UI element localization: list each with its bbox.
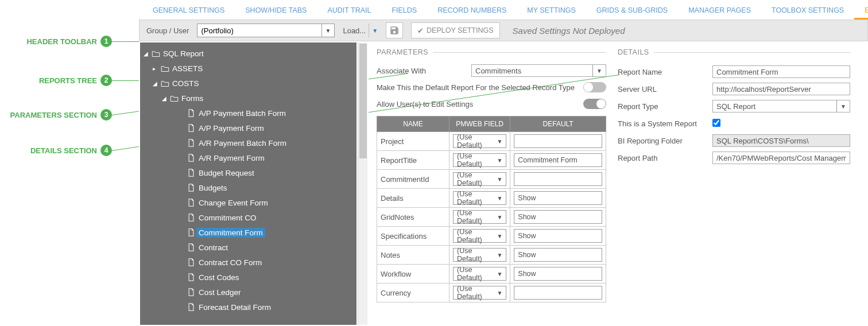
param-name: GridNotes — [377, 208, 450, 227]
param-row: Notes(Use Default)▼ — [377, 246, 606, 265]
tree-node-label: A/P Payment Form — [196, 124, 264, 133]
param-field-select[interactable]: (Use Default)▼ — [453, 210, 506, 224]
param-default-input[interactable] — [514, 286, 602, 300]
tree-node-commitment-form[interactable]: Commitment Form — [140, 225, 356, 240]
param-field-select[interactable]: (Use Default)▼ — [453, 229, 506, 243]
tree-node-label: Contract — [196, 243, 228, 252]
tree-root[interactable]: ◢SQL Report — [140, 46, 356, 61]
param-default-input[interactable] — [514, 172, 602, 186]
scrollbar-thumb[interactable] — [359, 44, 367, 158]
default-report-toggle[interactable] — [583, 82, 606, 92]
param-field-select[interactable]: (Use Default)▼ — [453, 191, 506, 205]
tree-node-budgets[interactable]: Budgets — [140, 180, 356, 195]
associate-with-select[interactable]: Commitments ▼ — [471, 64, 606, 77]
param-name: Details — [377, 189, 450, 208]
tree-node-costs[interactable]: ◢COSTS — [140, 76, 356, 91]
param-default-input[interactable] — [514, 267, 602, 281]
associate-with-value: Commitments — [475, 67, 521, 75]
tree-node-contract-co-form[interactable]: Contract CO Form — [140, 255, 356, 270]
tree-node-label: Cost Codes — [196, 273, 239, 282]
tree-node-a-r-payment-batch-form[interactable]: A/R Payment Batch Form — [140, 135, 356, 150]
param-default-input[interactable] — [514, 134, 602, 148]
detail-checkbox[interactable] — [712, 119, 720, 127]
param-name: Notes — [377, 246, 450, 265]
param-name: Currency — [377, 284, 450, 302]
param-default-input[interactable] — [514, 153, 602, 167]
detail-label: Report Name — [618, 68, 712, 76]
document-icon — [186, 288, 196, 296]
annotation-callouts: HEADER TOOLBAR 1 REPORTS TREE 2 PARAMETE… — [0, 0, 138, 326]
tree-scrollbar[interactable] — [358, 42, 367, 325]
group-user-value: (Portfolio) — [201, 26, 233, 35]
tree-node-cost-codes[interactable]: Cost Codes — [140, 270, 356, 285]
tab-show-hide-tabs[interactable]: SHOW/HIDE TABS — [235, 2, 317, 18]
tab-audit-trail[interactable]: AUDIT TRAIL — [317, 2, 381, 18]
param-field-select[interactable]: (Use Default)▼ — [453, 153, 506, 167]
tree-node-label: A/P Payment Batch Form — [196, 109, 286, 118]
param-field-select[interactable]: (Use Default)▼ — [453, 248, 506, 262]
tab-record-numbers[interactable]: RECORD NUMBERS — [427, 2, 517, 18]
dropdown-arrow-icon: ▼ — [497, 157, 502, 164]
document-icon — [186, 243, 196, 251]
tab-bi-reporting[interactable]: BI REPORTING — [854, 2, 868, 20]
tab-toolbox-settings[interactable]: TOOLBOX SETTINGS — [761, 2, 854, 18]
param-col-pmweb-field: PMWEB FIELD — [450, 117, 510, 132]
param-field-select[interactable]: (Use Default)▼ — [453, 172, 506, 186]
callout-1-badge: 1 — [100, 36, 112, 47]
detail-select[interactable]: SQL Report▼ — [712, 100, 850, 112]
tree-node-commitment-co[interactable]: Commitment CO — [140, 210, 356, 225]
tab-general-settings[interactable]: GENERAL SETTINGS — [142, 2, 235, 18]
tree-node-change-event-form[interactable]: Change Event Form — [140, 195, 356, 210]
param-row: CommitmentId(Use Default)▼ — [377, 170, 606, 189]
param-field-select[interactable]: (Use Default)▼ — [453, 134, 506, 148]
tree-node-budget-request[interactable]: Budget Request — [140, 165, 356, 180]
callout-3-badge: 3 — [100, 109, 112, 121]
detail-input[interactable] — [712, 65, 850, 78]
param-default-input[interactable] — [514, 229, 602, 243]
parameters-header: PARAMETERS — [377, 48, 606, 56]
group-user-select[interactable]: (Portfolio) ▼ — [197, 24, 335, 37]
tab-fields[interactable]: FIELDS — [381, 2, 427, 18]
tab-grids-sub-grids[interactable]: GRIDS & SUB-GRIDS — [586, 2, 678, 18]
callout-2-badge: 2 — [100, 75, 112, 86]
allow-edit-toggle[interactable] — [583, 99, 606, 109]
detail-input[interactable] — [712, 83, 850, 95]
deploy-settings-button[interactable]: ✔ DEPLOY SETTINGS — [411, 22, 499, 38]
folder-icon — [160, 80, 170, 87]
callout-4: DETAILS SECTION 4 — [0, 145, 112, 156]
param-default-input[interactable] — [514, 191, 602, 205]
param-default-input[interactable] — [514, 210, 602, 224]
detail-row: Report Name — [618, 63, 850, 80]
tree-node-label: Budget Request — [196, 169, 254, 177]
details-panel: DETAILS Report NameServer URLReport Type… — [618, 48, 850, 326]
param-field-select[interactable]: (Use Default)▼ — [453, 286, 506, 300]
dropdown-arrow-icon: ▼ — [497, 195, 502, 201]
tree-node-cost-ledger[interactable]: Cost Ledger — [140, 285, 356, 300]
param-name: Workflow — [377, 265, 450, 284]
document-icon — [186, 303, 196, 311]
detail-row: Report Path — [618, 149, 850, 166]
param-name: Project — [377, 132, 450, 151]
tree-node-forms[interactable]: ◢Forms — [140, 91, 356, 106]
tree-node-contract[interactable]: Contract — [140, 240, 356, 255]
document-icon — [186, 199, 196, 207]
param-default-input[interactable] — [514, 248, 602, 262]
dropdown-arrow-icon: ▼ — [497, 252, 502, 258]
param-row: Details(Use Default)▼ — [377, 189, 606, 208]
tab-my-settings[interactable]: MY SETTINGS — [517, 2, 586, 18]
parameters-table: NAMEPMWEB FIELDDEFAULT Project(Use Defau… — [377, 116, 606, 302]
param-field-select[interactable]: (Use Default)▼ — [453, 267, 506, 281]
tree-node-a-p-payment-batch-form[interactable]: A/P Payment Batch Form — [140, 106, 356, 121]
tree-node-a-p-payment-form[interactable]: A/P Payment Form — [140, 121, 356, 135]
tree-node-a-r-payment-form[interactable]: A/R Payment Form — [140, 150, 356, 165]
detail-input[interactable] — [712, 152, 850, 164]
tree-node-forecast-detail-form[interactable]: Forecast Detail Form — [140, 300, 356, 315]
allow-edit-label: Allow User(s) to Edit Settings — [377, 100, 583, 108]
document-icon — [186, 258, 196, 266]
load-button[interactable]: Load... ▼ — [343, 24, 378, 37]
tab-manager-pages[interactable]: MANAGER PAGES — [678, 2, 761, 18]
dropdown-arrow-icon: ▼ — [836, 100, 846, 112]
tree-node-label: Budgets — [196, 184, 227, 192]
tree-node-assets[interactable]: ▸ASSETS — [140, 61, 356, 76]
save-button[interactable] — [386, 22, 403, 38]
